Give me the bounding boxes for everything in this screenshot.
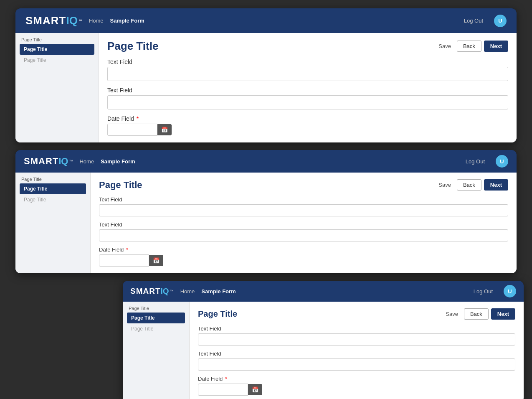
text-input-3-1[interactable] xyxy=(198,333,515,346)
sidebar-section-label-3: Page Title xyxy=(127,306,185,311)
nav-logout-3[interactable]: Log Out xyxy=(474,288,493,295)
field-group-3-1: Text Field xyxy=(198,325,515,351)
logo-iq-2: IQ xyxy=(58,156,68,167)
page-title-2: Page Title xyxy=(99,180,142,191)
date-row-3-3: 📅 xyxy=(198,384,515,396)
logo-iq-1: IQ xyxy=(66,14,77,27)
nav-formname-3: Sample Form xyxy=(201,288,236,295)
nav-avatar-2: U xyxy=(496,155,508,168)
sidebar-active-item-3[interactable]: Page Title xyxy=(127,313,185,323)
field-label-1-3: Date Field * xyxy=(107,115,508,122)
date-row-1-3: 📅 xyxy=(107,124,508,136)
field-group-1-1: Text Field xyxy=(107,58,508,87)
back-button-3[interactable]: Back xyxy=(464,308,489,320)
form-area-2: Page Title Save Back Next Text Field Tex… xyxy=(91,173,517,273)
nav-avatar-1: U xyxy=(494,15,507,27)
nav-formname-2: Sample Form xyxy=(101,158,135,165)
page-title-3: Page Title xyxy=(198,309,237,319)
logo-2: SMARTIQ™ xyxy=(24,156,73,167)
field-label-3-1: Text Field xyxy=(198,325,515,332)
text-input-1-1[interactable] xyxy=(107,67,508,81)
field-label-1-1: Text Field xyxy=(107,58,508,65)
field-label-2-1: Text Field xyxy=(99,196,508,203)
field-label-3-3: Date Field * xyxy=(198,376,515,382)
date-calendar-button-2-3[interactable]: 📅 xyxy=(149,255,163,266)
window-instance-3: SMARTIQ™ Home Sample Form Log Out U Page… xyxy=(123,281,524,399)
form-header-2: Page Title Save Back Next xyxy=(99,179,508,191)
logo-tm-3: ™ xyxy=(170,289,174,293)
date-calendar-button-3-3[interactable]: 📅 xyxy=(248,384,262,395)
text-input-3-2[interactable] xyxy=(198,358,515,371)
sidebar-inactive-item-3[interactable]: Page Title xyxy=(127,323,185,334)
content-3: Page Title Page Title Page Title Page Ti… xyxy=(123,302,524,399)
nav-formname-1: Sample Form xyxy=(110,18,144,24)
page-title-1: Page Title xyxy=(107,40,158,53)
field-group-1-2: Text Field xyxy=(107,87,508,115)
nav-logout-2[interactable]: Log Out xyxy=(466,158,485,165)
window-instance-2: SMARTIQ™ Home Sample Form Log Out U Page… xyxy=(15,150,517,273)
sidebar-inactive-item-2[interactable]: Page Title xyxy=(20,194,86,205)
save-button-2[interactable]: Save xyxy=(435,180,454,190)
navbar-1: SMARTIQ™ Home Sample Form Log Out U xyxy=(15,8,517,33)
nav-home-2[interactable]: Home xyxy=(79,158,94,165)
field-label-2-2: Text Field xyxy=(99,221,508,228)
date-input-1-3[interactable] xyxy=(107,124,157,136)
sidebar-inactive-item-1[interactable]: Page Title xyxy=(20,55,94,66)
logo-smart-3: SMART xyxy=(130,287,161,296)
required-star-2-3: * xyxy=(126,247,128,253)
sidebar-active-item-1[interactable]: Page Title xyxy=(20,44,94,55)
field-label-2-3: Date Field * xyxy=(99,247,508,253)
field-group-1-3: Date Field * 📅 xyxy=(107,115,508,136)
logo-smart-2: SMART xyxy=(24,156,58,167)
date-input-2-3[interactable] xyxy=(99,254,149,267)
window-instance-1: SMARTIQ™ Home Sample Form Log Out U Page… xyxy=(15,8,517,142)
field-label-1-2: Text Field xyxy=(107,87,508,94)
navbar-2: SMARTIQ™ Home Sample Form Log Out U xyxy=(15,150,517,173)
form-actions-1: Save Back Next xyxy=(435,41,508,52)
next-button-2[interactable]: Next xyxy=(484,179,508,191)
sidebar-active-item-2[interactable]: Page Title xyxy=(20,183,86,194)
nav-home-1[interactable]: Home xyxy=(89,18,104,24)
sidebar-3: Page Title Page Title Page Title xyxy=(123,302,190,399)
navbar-3: SMARTIQ™ Home Sample Form Log Out U xyxy=(123,281,524,302)
form-area-1: Page Title Save Back Next Text Field Tex… xyxy=(99,33,517,142)
logo-tm-2: ™ xyxy=(69,159,73,163)
content-1: Page Title Page Title Page Title Page Ti… xyxy=(15,33,517,142)
logo-1: SMARTIQ™ xyxy=(25,14,82,27)
form-area-3: Page Title Save Back Next Text Field Tex… xyxy=(190,302,524,399)
logo-tm-1: ™ xyxy=(79,19,82,23)
logo-iq-3: IQ xyxy=(161,287,169,296)
sidebar-section-label-1: Page Title xyxy=(20,37,94,42)
back-button-2[interactable]: Back xyxy=(457,179,481,191)
next-button-3[interactable]: Next xyxy=(491,308,515,320)
nav-home-3[interactable]: Home xyxy=(180,288,195,295)
text-input-2-2[interactable] xyxy=(99,229,508,241)
form-header-3: Page Title Save Back Next xyxy=(198,308,515,320)
sidebar-2: Page Title Page Title Page Title xyxy=(15,173,91,273)
nav-avatar-3: U xyxy=(504,285,516,297)
save-button-1[interactable]: Save xyxy=(435,41,454,51)
field-group-2-1: Text Field xyxy=(99,196,508,221)
sidebar-1: Page Title Page Title Page Title xyxy=(15,33,99,142)
sidebar-section-label-2: Page Title xyxy=(20,177,86,182)
field-group-3-3: Date Field * 📅 xyxy=(198,376,515,396)
text-input-2-1[interactable] xyxy=(99,204,508,216)
save-button-3[interactable]: Save xyxy=(442,309,461,319)
field-group-2-3: Date Field * 📅 xyxy=(99,247,508,267)
field-label-3-2: Text Field xyxy=(198,351,515,357)
form-header-1: Page Title Save Back Next xyxy=(107,40,508,53)
date-row-2-3: 📅 xyxy=(99,254,508,267)
required-star-3-3: * xyxy=(225,376,227,382)
date-input-3-3[interactable] xyxy=(198,384,248,396)
nav-logout-1[interactable]: Log Out xyxy=(464,18,483,24)
date-calendar-button-1-3[interactable]: 📅 xyxy=(157,124,172,135)
form-actions-2: Save Back Next xyxy=(435,179,508,191)
form-actions-3: Save Back Next xyxy=(442,308,515,320)
back-button-1[interactable]: Back xyxy=(457,41,481,52)
field-group-2-2: Text Field xyxy=(99,221,508,247)
next-button-1[interactable]: Next xyxy=(484,41,508,52)
text-input-1-2[interactable] xyxy=(107,95,508,109)
required-star-1-3: * xyxy=(137,115,139,122)
field-group-3-2: Text Field xyxy=(198,351,515,376)
logo-smart-1: SMART xyxy=(25,14,66,27)
